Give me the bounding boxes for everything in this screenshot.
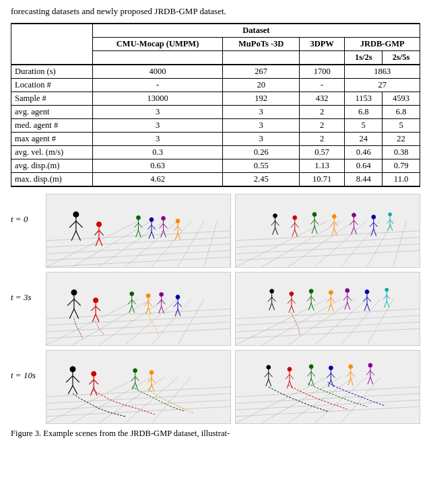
svg-point-86 <box>352 213 356 217</box>
table-row: max agent #3322422 <box>11 133 420 146</box>
table-row: max. disp.(m)4.622.4510.718.4411.0 <box>11 173 420 187</box>
table-row: avg. agent3326.86.8 <box>11 106 420 119</box>
dataset-header: Dataset <box>92 24 420 38</box>
empty-header <box>11 24 93 51</box>
table-row: avg. disp.(m)0.630.551.130.640.79 <box>11 159 420 173</box>
row-label: Location # <box>11 79 93 92</box>
row-label: Duration (s) <box>11 65 93 79</box>
time-label-0: t = 0 <box>11 194 46 225</box>
table-row: Location #-20-27 <box>11 79 420 92</box>
svg-point-20 <box>97 222 102 227</box>
svg-point-214 <box>70 367 75 372</box>
svg-point-121 <box>94 298 98 303</box>
svg-point-32 <box>150 218 154 222</box>
row-label: avg. agent <box>11 106 93 119</box>
scene-left-0 <box>46 194 231 268</box>
svg-point-186 <box>345 289 350 293</box>
svg-point-162 <box>270 289 274 293</box>
time-row-0: t = 0 <box>11 194 420 268</box>
svg-point-26 <box>137 216 141 220</box>
svg-point-266 <box>329 366 333 370</box>
svg-point-232 <box>150 371 154 375</box>
scene-images-2 <box>46 350 420 424</box>
row-label: Sample # <box>11 92 93 106</box>
jrdb-1s2s-sub: 1s/2s <box>345 51 383 65</box>
table-row: Sample #1300019243211534593 <box>11 92 420 106</box>
mupots-header: MuPoTs -3D <box>223 38 300 51</box>
cmu-header: CMU-Mocap (UMPM) <box>92 38 223 51</box>
svg-point-133 <box>146 294 150 298</box>
svg-point-248 <box>267 365 271 369</box>
images-section: t = 0 <box>11 194 420 424</box>
time-label-1: t = 3s <box>11 272 46 303</box>
row-label: max agent # <box>11 133 93 146</box>
time-row-1: t = 3s <box>11 272 420 346</box>
table-row: Duration (s)400026717001863 <box>11 65 420 79</box>
mupots-sub <box>223 51 300 65</box>
time-row-2: t = 10s <box>11 350 420 424</box>
intro-text: forecasting datasets and newly proposed … <box>11 5 420 17</box>
dataset-table: Dataset CMU-Mocap (UMPM) MuPoTs -3D 3DPW… <box>11 23 420 187</box>
svg-point-278 <box>368 363 372 367</box>
scene-left-2 <box>46 350 231 424</box>
svg-point-254 <box>288 367 292 371</box>
svg-point-272 <box>349 365 353 369</box>
svg-rect-204 <box>46 351 230 423</box>
svg-point-192 <box>365 290 369 294</box>
scene-left-1 <box>46 272 231 346</box>
row-label: avg. vel. (m/s) <box>11 146 93 159</box>
jrdb-header: JRDB-GMP <box>345 38 420 51</box>
jrdb-2s5s-sub: 2s/5s <box>383 51 420 65</box>
svg-point-226 <box>133 369 137 373</box>
svg-point-174 <box>309 289 313 293</box>
svg-point-38 <box>162 217 166 221</box>
threedpw-sub <box>299 51 344 65</box>
row-label: avg. disp.(m) <box>11 159 93 173</box>
svg-point-220 <box>92 371 96 376</box>
svg-point-139 <box>160 293 164 297</box>
threedpw-header: 3DPW <box>299 38 344 51</box>
svg-point-168 <box>290 292 294 296</box>
svg-rect-238 <box>236 351 420 423</box>
svg-point-98 <box>389 213 392 216</box>
svg-point-14 <box>73 212 79 217</box>
svg-point-127 <box>130 292 134 296</box>
svg-point-68 <box>293 216 297 220</box>
svg-point-198 <box>385 288 389 291</box>
cmu-sub <box>92 51 223 65</box>
scene-images-1 <box>46 272 420 346</box>
svg-point-80 <box>332 215 336 219</box>
svg-point-44 <box>176 219 180 223</box>
svg-point-180 <box>329 291 333 295</box>
time-label-2: t = 10s <box>11 350 46 381</box>
scene-right-1 <box>235 272 420 346</box>
svg-point-115 <box>71 290 77 295</box>
svg-point-62 <box>273 214 277 218</box>
svg-point-92 <box>372 215 376 219</box>
svg-rect-50 <box>236 195 420 267</box>
empty-sub-header <box>11 51 93 65</box>
scene-right-0 <box>235 194 420 268</box>
svg-point-145 <box>176 295 180 299</box>
figure-caption: Figure 3. Example scenes from the JRDB-G… <box>11 428 420 440</box>
svg-point-74 <box>312 213 317 217</box>
table-row: avg. vel. (m/s)0.30.260.570.460.38 <box>11 146 420 159</box>
row-label: max. disp.(m) <box>11 173 93 187</box>
table-row: med. agent #33255 <box>11 119 420 133</box>
svg-point-260 <box>309 365 313 369</box>
scene-images-0 <box>46 194 420 268</box>
row-label: med. agent # <box>11 119 93 133</box>
svg-rect-151 <box>236 273 420 345</box>
scene-right-2 <box>235 350 420 424</box>
